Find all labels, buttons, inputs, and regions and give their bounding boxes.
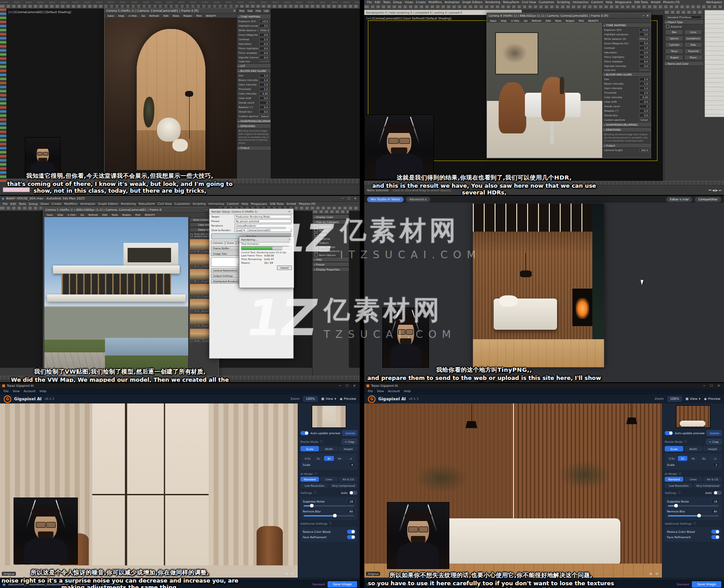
menu-item[interactable]: Create [416, 0, 426, 4]
menu-item[interactable]: Group [29, 202, 38, 206]
menu-item[interactable]: Content [227, 202, 239, 206]
menu-item[interactable]: Phoenix FD [299, 202, 315, 206]
primitive-button[interactable]: Teapot [665, 55, 683, 60]
vfb-tool-button[interactable]: + Hist. [127, 14, 138, 18]
suppress-noise-value[interactable]: 18 [711, 499, 719, 504]
vfb-tab[interactable]: LightMix [262, 9, 270, 13]
vfb-tab[interactable]: Stats [246, 9, 253, 13]
vfb-tool-button[interactable]: Tools [110, 213, 119, 217]
bloom-glare-header[interactable]: BLOOM AND GLARE [237, 68, 271, 73]
vfb-tool-button[interactable]: + Hist. [510, 19, 521, 23]
display-color-section[interactable]: Display Color [313, 214, 349, 219]
menu-item[interactable]: View [377, 389, 384, 393]
vfb-title-bar[interactable]: Corona 5 (Hotfix 1) | Camera: CoronaCame… [105, 8, 238, 14]
menu-item[interactable]: SiNi Tools [270, 202, 284, 206]
param-value[interactable]: Select [639, 118, 649, 122]
info-icon[interactable]: ⓘ [678, 491, 681, 494]
menu-item[interactable]: Animation [444, 0, 459, 4]
vfb-tool-button[interactable]: Pick [577, 19, 585, 23]
ai-model-option[interactable]: Very Compressed [694, 483, 722, 488]
ai-model-option[interactable]: Very Compressed [329, 483, 357, 488]
param-value[interactable]: 3.0 [639, 33, 649, 36]
vfb-tool-button[interactable]: BEAUTY [205, 14, 217, 18]
suppress-noise-slider[interactable] [304, 505, 354, 507]
category-checkbox[interactable]: Helpers [313, 241, 349, 245]
param-value[interactable]: 0.0 [639, 51, 649, 54]
lut-header[interactable]: LUT [237, 63, 271, 68]
vfb-tool-button[interactable]: + Hist. [66, 213, 77, 217]
close-icon[interactable]: ✕ [233, 9, 236, 13]
update-button[interactable]: Update [706, 430, 722, 436]
command-panel-tabs[interactable] [664, 10, 703, 15]
suppress-noise-slider[interactable] [668, 505, 719, 507]
param-value[interactable]: 0.0 [259, 56, 269, 59]
slider-knob[interactable] [674, 504, 678, 507]
vfb-title-bar[interactable]: Corona 5 (Hotfix 1) | 800x1000px (1:1) |… [43, 207, 219, 213]
info-icon[interactable]: ⓘ [329, 522, 332, 525]
resize-tab[interactable]: Height [339, 446, 357, 451]
scale-option[interactable]: 0.5x [303, 456, 313, 461]
setup-value[interactable]: No preset selected [234, 219, 291, 223]
menu-item[interactable]: RebusFarm [138, 202, 155, 206]
info-icon[interactable]: ⓘ [314, 491, 317, 494]
menu-item[interactable]: Content [591, 0, 603, 4]
auto-settings-toggle[interactable] [714, 491, 722, 495]
zoom-value[interactable]: 100% [667, 396, 682, 402]
ai-model-option[interactable]: Art & CG [339, 477, 357, 482]
hide-by-category-section[interactable]: Hide by Category [313, 219, 349, 224]
preview-thumbnail[interactable] [676, 405, 710, 428]
ai-model-option[interactable]: Standard [665, 477, 683, 482]
resize-tab[interactable]: Height [703, 446, 722, 451]
primitive-button[interactable]: Cylinder [665, 42, 683, 47]
vfb-tool-button[interactable]: Refresh [148, 14, 160, 18]
menu-item[interactable]: Help [404, 389, 411, 393]
info-icon[interactable]: ⓘ [693, 522, 696, 525]
param-value[interactable]: 1.0 [259, 87, 269, 91]
slider-knob[interactable] [697, 514, 701, 517]
denoising-header[interactable]: DENOISING [603, 127, 651, 132]
menu-item[interactable]: Megascans [251, 202, 267, 206]
remove-blur-slider[interactable] [304, 515, 354, 517]
category-checkbox[interactable]: Lights [313, 232, 349, 237]
menu-item[interactable]: RebusFarm [503, 0, 519, 4]
param-value[interactable]: 1.0 [639, 46, 649, 50]
vfb-tool-button[interactable]: Region [564, 19, 576, 23]
param-value[interactable]: 0.0 [639, 60, 649, 63]
menu-item[interactable]: View [13, 389, 19, 393]
param-value[interactable]: 2 [259, 101, 269, 104]
scale-option[interactable]: ..x [345, 456, 355, 461]
reduce-color-bleed-toggle[interactable] [711, 530, 719, 534]
crop-button[interactable]: ✂ Crop [342, 439, 357, 445]
param-value[interactable]: 3.0 [259, 24, 269, 28]
param-value[interactable]: 1.0 [259, 83, 269, 86]
ai-model-option[interactable]: Lines [320, 477, 338, 482]
denoising-header[interactable]: DENOISING [237, 123, 271, 128]
view-button[interactable]: ▦ View ▾ [321, 397, 336, 401]
remove-blur-slider[interactable] [668, 515, 719, 517]
param-value[interactable]: +0.0 [259, 19, 269, 23]
vfb-tool-button[interactable]: Go [140, 14, 147, 18]
vfb-tab[interactable]: History [254, 9, 262, 13]
menu-item[interactable]: Modifiers [429, 0, 442, 4]
primitive-button[interactable]: GeoSphere [684, 36, 702, 41]
file-checkbox[interactable]: ✓ [367, 583, 370, 586]
primitive-button[interactable]: Tube [684, 42, 702, 47]
bloom-glare-header[interactable]: BLOOM AND GLARE [603, 72, 651, 77]
vfb-tool-button[interactable]: Save [106, 14, 115, 18]
scale-option[interactable]: 4x [688, 456, 698, 461]
scale-value[interactable]: 2 [713, 462, 719, 467]
ai-model-option[interactable]: Art & CG [703, 477, 722, 482]
window-controls[interactable]: ─ ☐ ✕ [342, 197, 358, 200]
autogrid-checkbox[interactable]: AutoGrid [664, 24, 703, 28]
menu-item[interactable]: Graph Editors [462, 0, 483, 4]
menu-item[interactable]: Phoenix FD [663, 0, 680, 4]
menu-item[interactable]: SiNi Tools [634, 0, 648, 4]
category-checkbox[interactable]: Bone Objects [313, 253, 349, 257]
category-checkbox[interactable]: Shapes [313, 228, 349, 232]
workspace-selector[interactable]: Workspace [706, 0, 722, 4]
primitive-button[interactable]: Cone [684, 29, 702, 35]
menu-item[interactable]: Views [40, 202, 49, 206]
window-title-bar[interactable]: Topaz Gigapixel AI ─ ☐ ✕ [364, 383, 724, 389]
scale-option[interactable]: 0.5x [667, 456, 677, 461]
browser-tab[interactable]: Advanced a [406, 197, 430, 202]
